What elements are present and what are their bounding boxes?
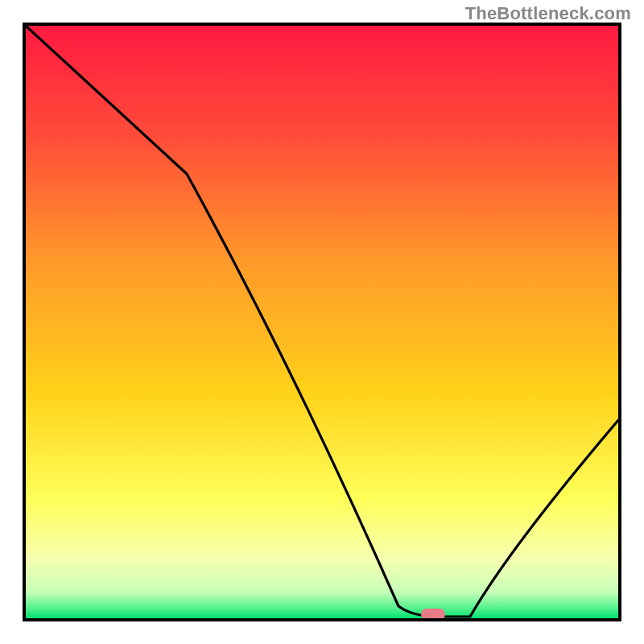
curve-path <box>26 26 618 617</box>
chart-stage: TheBottleneck.com <box>0 0 644 644</box>
watermark-text: TheBottleneck.com <box>465 3 631 24</box>
chart-frame <box>23 23 621 621</box>
bottleneck-curve <box>26 26 618 618</box>
target-marker <box>421 609 445 620</box>
